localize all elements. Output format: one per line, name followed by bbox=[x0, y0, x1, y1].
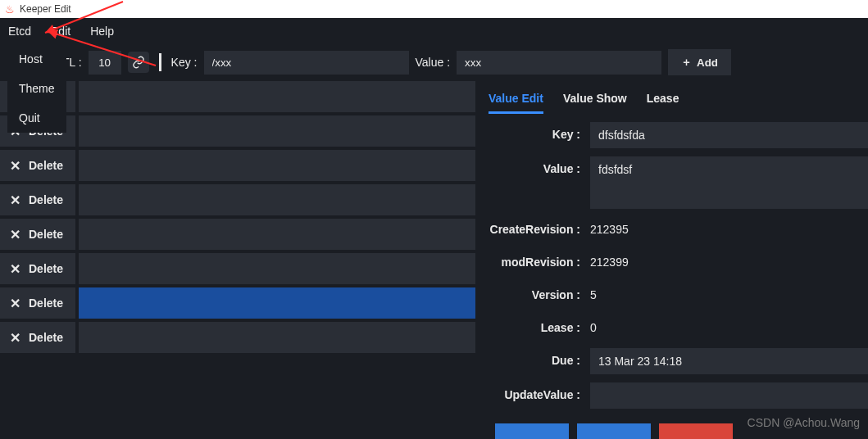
delete-label: Delete bbox=[29, 331, 63, 344]
menu-edit[interactable]: Edit bbox=[51, 25, 70, 38]
due-input[interactable] bbox=[590, 348, 868, 374]
menu-help[interactable]: Help bbox=[90, 25, 114, 38]
delete-button[interactable]: ✕Delete bbox=[0, 150, 75, 181]
list-item[interactable]: ✕Delete bbox=[0, 287, 475, 321]
divider bbox=[159, 53, 161, 71]
list-item[interactable]: ✕Delete bbox=[0, 183, 475, 218]
list-item[interactable]: ✕Delete bbox=[0, 149, 475, 183]
list-item[interactable]: ✕Delete bbox=[0, 321, 475, 355]
window-title: Keeper Edit bbox=[20, 3, 71, 15]
toolbar: TL : Key : Value : ＋ Add bbox=[0, 44, 868, 80]
link-icon[interactable] bbox=[128, 52, 149, 73]
close-icon: ✕ bbox=[10, 227, 20, 242]
close-icon: ✕ bbox=[10, 296, 20, 311]
form-key-label: Key : bbox=[485, 122, 590, 141]
dropdown-host[interactable]: Host bbox=[7, 44, 66, 74]
plus-icon: ＋ bbox=[681, 55, 692, 70]
dropdown-quit[interactable]: Quit bbox=[7, 103, 66, 133]
action-buttons bbox=[485, 417, 868, 439]
key-label: Key : bbox=[171, 56, 198, 69]
tabs: Value Edit Value Show Lease bbox=[485, 80, 868, 122]
dropdown-theme[interactable]: Theme bbox=[7, 74, 66, 103]
version-label: Version : bbox=[485, 283, 590, 301]
close-icon: ✕ bbox=[10, 192, 20, 208]
create-rev-value: 212395 bbox=[590, 217, 868, 242]
menu-etcd[interactable]: Etcd bbox=[8, 25, 31, 38]
etcd-dropdown: Host Theme Quit bbox=[7, 44, 66, 133]
row-content bbox=[79, 184, 475, 215]
delete-label: Delete bbox=[29, 262, 63, 275]
version-value: 5 bbox=[590, 283, 868, 307]
due-label: Due : bbox=[485, 348, 590, 367]
create-rev-label: CreateRevision : bbox=[485, 217, 590, 236]
update-value-label: UpdateValue : bbox=[485, 382, 590, 401]
form-value-label: Value : bbox=[485, 156, 590, 175]
app-icon: ♨ bbox=[5, 3, 15, 16]
delete-label: Delete bbox=[29, 228, 63, 241]
ttl-input[interactable] bbox=[89, 51, 121, 75]
mod-rev-label: modRevision : bbox=[485, 250, 590, 269]
action-button-1[interactable] bbox=[495, 423, 569, 439]
row-content bbox=[79, 219, 475, 250]
row-content bbox=[79, 115, 475, 147]
row-content bbox=[79, 81, 475, 112]
value-label: Value : bbox=[416, 56, 451, 69]
row-content bbox=[79, 253, 475, 284]
value-edit-form: Key : Value : CreateRevision : 212395 mo… bbox=[485, 122, 868, 439]
menu-bar: Etcd Edit Help bbox=[0, 18, 868, 44]
row-content bbox=[79, 287, 475, 319]
form-key-input[interactable] bbox=[590, 122, 868, 148]
add-button[interactable]: ＋ Add bbox=[668, 49, 731, 75]
action-button-2[interactable] bbox=[577, 423, 651, 439]
form-value-input[interactable] bbox=[590, 156, 868, 209]
row-content bbox=[79, 322, 475, 353]
close-icon: ✕ bbox=[10, 261, 20, 277]
mod-rev-value: 212399 bbox=[590, 250, 868, 274]
tab-value-show[interactable]: Value Show bbox=[563, 92, 627, 114]
delete-button[interactable]: ✕Delete bbox=[0, 287, 75, 319]
close-icon: ✕ bbox=[10, 158, 20, 174]
delete-button[interactable]: ✕Delete bbox=[0, 322, 75, 353]
delete-label: Delete bbox=[29, 296, 63, 310]
delete-button[interactable]: ✕Delete bbox=[0, 219, 75, 250]
close-icon: ✕ bbox=[10, 330, 20, 346]
tab-value-edit[interactable]: Value Edit bbox=[489, 92, 543, 114]
delete-button[interactable]: ✕Delete bbox=[0, 253, 75, 284]
action-button-3[interactable] bbox=[659, 423, 733, 439]
key-list: ✕Delete✕Delete✕Delete✕Delete✕Delete✕Dele… bbox=[0, 80, 475, 439]
window-title-bar: ♨ Keeper Edit bbox=[0, 0, 868, 18]
detail-pane: Value Edit Value Show Lease Key : Value … bbox=[475, 80, 868, 439]
lease-label: Lease : bbox=[485, 315, 590, 334]
list-item[interactable]: ✕Delete bbox=[0, 252, 475, 287]
add-label: Add bbox=[697, 57, 718, 69]
update-value-input[interactable] bbox=[590, 382, 868, 409]
key-input[interactable] bbox=[204, 51, 409, 75]
lease-value: 0 bbox=[590, 315, 868, 340]
delete-label: Delete bbox=[29, 193, 63, 206]
tab-lease[interactable]: Lease bbox=[647, 92, 679, 114]
list-item[interactable]: ✕Delete bbox=[0, 218, 475, 252]
row-content bbox=[79, 150, 475, 181]
delete-label: Delete bbox=[29, 159, 63, 172]
list-item[interactable]: ✕Delete bbox=[0, 80, 475, 115]
value-input[interactable] bbox=[457, 51, 661, 75]
delete-button[interactable]: ✕Delete bbox=[0, 184, 75, 215]
list-item[interactable]: ✕Delete bbox=[0, 115, 475, 149]
